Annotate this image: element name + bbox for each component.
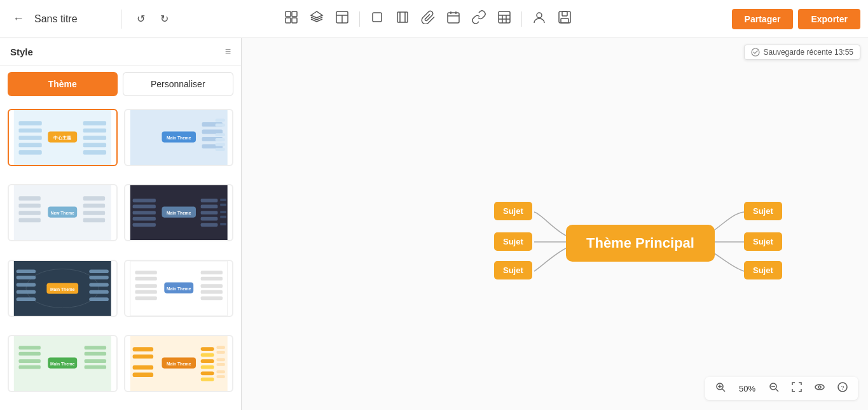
document-title-input[interactable] xyxy=(34,13,111,25)
canvas-area[interactable]: Thème Principal Sujet Sujet Sujet Sujet … xyxy=(242,38,868,410)
collapse-button[interactable]: ≡ xyxy=(225,46,231,57)
calendar-icon-button[interactable] xyxy=(443,6,464,31)
table-icon-button[interactable] xyxy=(493,6,515,31)
theme-card-8[interactable]: Main Theme xyxy=(124,335,234,392)
svg-rect-127 xyxy=(200,359,214,363)
svg-text:New Theme: New Theme xyxy=(51,211,74,215)
theme-card-5[interactable]: Main Theme xyxy=(8,260,118,317)
theme-card-7[interactable]: Main Theme xyxy=(8,335,118,392)
svg-rect-2 xyxy=(286,18,291,23)
sidebar-title: Style xyxy=(10,46,33,57)
svg-rect-92 xyxy=(89,290,109,293)
right-node-2[interactable]: Sujet xyxy=(744,232,782,251)
svg-rect-93 xyxy=(89,297,109,301)
svg-rect-3 xyxy=(292,18,297,23)
svg-rect-114 xyxy=(85,346,106,350)
svg-rect-102 xyxy=(200,271,222,274)
tab-personnaliser-button[interactable]: Personnaliser xyxy=(123,72,234,96)
svg-rect-28 xyxy=(18,136,41,140)
save-icon-button[interactable] xyxy=(554,6,575,31)
svg-rect-27 xyxy=(18,129,41,133)
attachment-icon-button[interactable] xyxy=(417,6,439,31)
svg-rect-15 xyxy=(499,11,510,23)
theme-card-6[interactable]: Main Theme xyxy=(124,260,234,317)
svg-rect-106 xyxy=(200,296,222,300)
svg-rect-135 xyxy=(216,370,224,373)
svg-text:Main Theme: Main Theme xyxy=(50,286,75,291)
svg-rect-79 xyxy=(220,223,226,225)
left-node-3[interactable]: Sujet xyxy=(494,261,532,279)
svg-rect-46 xyxy=(215,124,224,127)
svg-rect-110 xyxy=(18,359,40,363)
svg-rect-45 xyxy=(215,118,224,122)
toolbar-center xyxy=(174,6,682,31)
help-button[interactable]: ? xyxy=(834,381,851,396)
svg-rect-83 xyxy=(17,275,36,279)
frame-icon-button[interactable] xyxy=(366,6,388,31)
left-node-1[interactable]: Sujet xyxy=(494,202,532,220)
svg-rect-109 xyxy=(18,352,40,356)
svg-rect-0 xyxy=(286,11,291,17)
toolbar-divider-2 xyxy=(521,11,522,27)
svg-rect-116 xyxy=(85,359,106,363)
svg-text:Main Theme: Main Theme xyxy=(166,211,191,215)
sidebar: Style ≡ Thème Personnaliser 中 xyxy=(0,38,242,410)
svg-rect-84 xyxy=(17,283,36,286)
layout-icon-button[interactable] xyxy=(331,6,353,31)
svg-rect-133 xyxy=(216,358,224,361)
grid-icon-button[interactable] xyxy=(280,6,302,31)
svg-rect-53 xyxy=(18,204,40,208)
svg-rect-75 xyxy=(220,199,226,201)
undo-button[interactable]: ↺ xyxy=(132,10,150,27)
save-badge: Sauvegarde récente 13:55 xyxy=(744,45,860,60)
svg-rect-72 xyxy=(200,211,217,215)
svg-text:Main Theme: Main Theme xyxy=(50,362,75,366)
zoom-in-button[interactable] xyxy=(712,381,729,396)
user-icon-button[interactable] xyxy=(528,6,550,31)
left-node-2[interactable]: Sujet xyxy=(494,232,532,251)
svg-rect-132 xyxy=(216,351,224,354)
svg-rect-134 xyxy=(216,363,224,366)
theme-card-3[interactable]: New Theme xyxy=(8,184,118,241)
back-button[interactable]: ← xyxy=(8,10,29,28)
svg-rect-37 xyxy=(83,150,106,155)
zoom-out-button[interactable] xyxy=(765,381,783,396)
svg-rect-111 xyxy=(18,365,40,369)
svg-rect-96 xyxy=(135,276,156,280)
redo-button[interactable]: ↻ xyxy=(155,10,174,27)
theme-card-1[interactable]: 中心主题 xyxy=(8,109,118,166)
tab-theme-button[interactable]: Thème xyxy=(8,72,118,96)
exporter-button[interactable]: Exporter xyxy=(798,9,860,29)
layers-icon-button[interactable] xyxy=(306,6,327,31)
right-node-1[interactable]: Sujet xyxy=(744,202,782,220)
toolbar-divider-1 xyxy=(359,11,360,27)
svg-rect-36 xyxy=(83,143,106,148)
main-node[interactable]: Thème Principal xyxy=(566,225,715,262)
preview-button[interactable] xyxy=(811,381,829,396)
svg-rect-122 xyxy=(132,372,153,377)
svg-text:Main Theme: Main Theme xyxy=(166,286,191,290)
svg-rect-89 xyxy=(89,269,109,273)
svg-line-138 xyxy=(722,389,725,392)
svg-rect-77 xyxy=(220,211,226,213)
theme-card-4[interactable]: Main Theme xyxy=(124,184,234,241)
check-circle-icon xyxy=(751,48,760,57)
svg-rect-61 xyxy=(83,218,105,223)
mindmap-wrapper: Thème Principal Sujet Sujet Sujet Sujet … xyxy=(242,38,868,410)
svg-rect-7 xyxy=(373,13,382,22)
shape-icon-button[interactable] xyxy=(392,6,413,31)
zoom-toolbar: 50% ? xyxy=(705,377,858,400)
svg-rect-70 xyxy=(200,199,217,202)
svg-rect-60 xyxy=(83,211,105,215)
svg-rect-105 xyxy=(200,290,222,293)
svg-text:中心主题: 中心主题 xyxy=(53,135,71,140)
partager-button[interactable]: Partager xyxy=(732,9,794,29)
save-text: Sauvegarde récente 13:55 xyxy=(764,48,853,57)
header-left: ← ↺ ↻ xyxy=(8,10,174,29)
link-icon-button[interactable] xyxy=(468,6,490,31)
right-node-3[interactable]: Sujet xyxy=(744,261,782,279)
fit-screen-button[interactable] xyxy=(788,381,806,396)
svg-rect-64 xyxy=(132,205,155,209)
theme-card-2[interactable]: Main Theme xyxy=(124,109,234,166)
svg-rect-82 xyxy=(17,269,36,273)
